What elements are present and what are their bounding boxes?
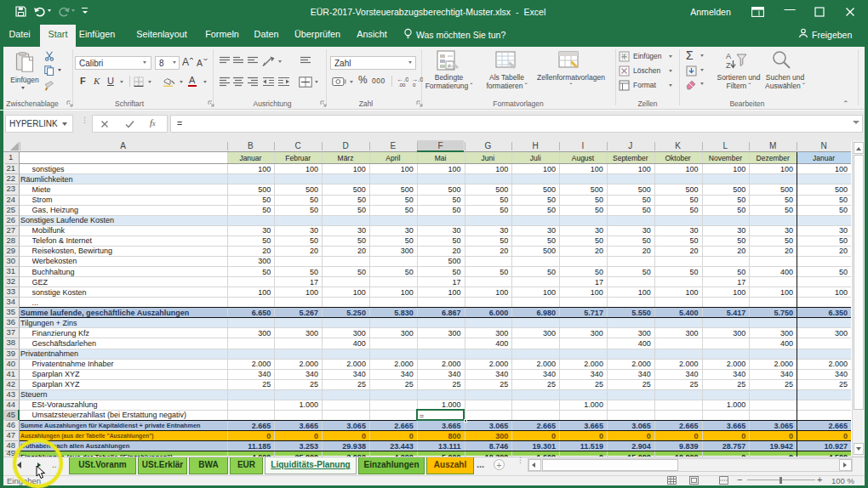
svg-text:Z: Z xyxy=(726,61,731,70)
svg-text:.00: .00 xyxy=(398,82,406,88)
svg-text:A: A xyxy=(726,52,731,60)
svg-text:≠: ≠ xyxy=(448,63,451,69)
svg-text:A: A xyxy=(182,56,189,67)
svg-text:A: A xyxy=(197,58,203,68)
